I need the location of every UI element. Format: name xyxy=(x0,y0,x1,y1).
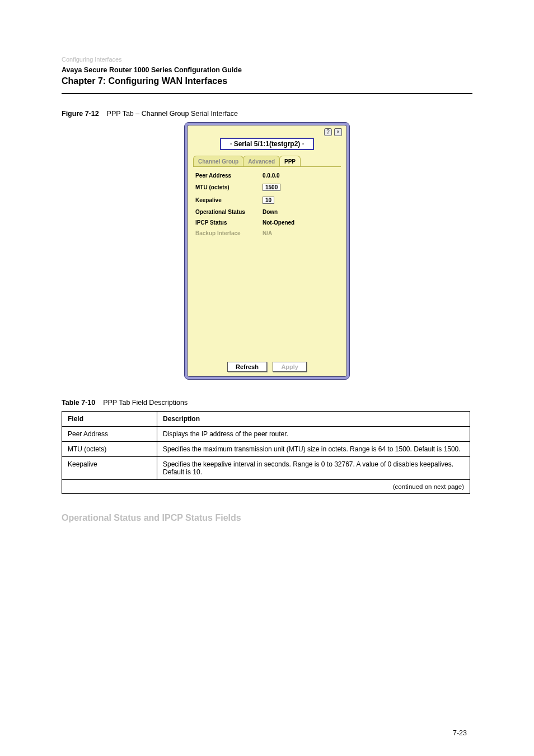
refresh-button[interactable]: Refresh xyxy=(227,362,267,372)
keepalive-label: Keepalive xyxy=(195,197,263,203)
close-icon[interactable]: × xyxy=(334,128,342,136)
table-row: MTU (octets) Specifies the maximum trans… xyxy=(62,442,470,457)
tab-ppp[interactable]: PPP xyxy=(279,156,301,166)
table-head-description: Description xyxy=(157,412,470,427)
page-header: Configuring Interfaces Avaya Secure Rout… xyxy=(0,0,534,94)
header-rule xyxy=(62,93,472,94)
ipcp-value: Not-Opened xyxy=(263,220,340,226)
row-peer-address: Peer Address 0.0.0.0 xyxy=(195,172,340,179)
page-number: 7-23 xyxy=(453,729,467,737)
table-caption-text: PPP Tab Field Descriptions xyxy=(103,399,188,407)
tab-advanced[interactable]: Advanced xyxy=(243,156,280,166)
mtu-input[interactable]: 1500 xyxy=(263,184,280,191)
breadcrumb: · Serial 5/1:1(testgrp2) · xyxy=(220,138,314,150)
dialog-outer-frame: ? × · Serial 5/1:1(testgrp2) · Channel G… xyxy=(184,122,350,380)
mtu-label: MTU (octets) xyxy=(195,184,263,190)
table-cell-desc: Specifies the maximum transmission unit … xyxy=(157,442,470,457)
table-caption-number: Table 7-10 xyxy=(62,399,95,407)
table-row: Keepalive Specifies the keepalive interv… xyxy=(62,457,470,480)
table-cell-field: Peer Address xyxy=(62,427,157,442)
page-content: Figure 7-12 PPP Tab – Channel Group Seri… xyxy=(0,110,534,523)
apply-button[interactable]: Apply xyxy=(273,362,307,372)
dialog-body: ? × · Serial 5/1:1(testgrp2) · Channel G… xyxy=(187,125,347,377)
dialog-top-icons: ? × xyxy=(324,128,342,136)
row-ipcp-status: IPCP Status Not-Opened xyxy=(195,220,340,226)
row-keepalive: Keepalive 10 xyxy=(195,196,340,204)
backup-interface-label: Backup Interface xyxy=(195,230,263,236)
row-backup-interface: Backup Interface N/A xyxy=(195,230,340,236)
figure-caption-text: PPP Tab – Channel Group Serial Interface xyxy=(107,110,238,118)
table-cell-field: Keepalive xyxy=(62,457,157,480)
table-head-field: Field xyxy=(62,412,157,427)
table-continued-note: (continued on next page) xyxy=(62,480,470,494)
table-cell-desc: Specifies the keepalive interval in seco… xyxy=(157,457,470,480)
op-status-value: Down xyxy=(263,209,340,215)
op-status-label: Operational Status xyxy=(195,209,263,215)
figure-caption: Figure 7-12 PPP Tab – Channel Group Seri… xyxy=(62,110,472,118)
table-continued-row: (continued on next page) xyxy=(62,480,470,494)
field-description-table: Field Description Peer Address Displays … xyxy=(62,411,470,494)
row-mtu: MTU (octets) 1500 xyxy=(195,183,340,192)
form-area: Peer Address 0.0.0.0 MTU (octets) 1500 K… xyxy=(188,167,346,236)
running-header-upper: Configuring Interfaces xyxy=(62,56,472,63)
help-icon[interactable]: ? xyxy=(324,128,332,136)
section-heading: Operational Status and IPCP Status Field… xyxy=(62,513,472,523)
peer-address-value: 0.0.0.0 xyxy=(263,172,340,179)
backup-interface-value: N/A xyxy=(263,230,340,236)
chapter-title: Chapter 7: Configuring WAN Interfaces xyxy=(62,76,472,86)
tab-channel-group[interactable]: Channel Group xyxy=(193,156,243,166)
keepalive-input[interactable]: 10 xyxy=(263,197,274,204)
table-caption: Table 7-10 PPP Tab Field Descriptions xyxy=(62,399,472,407)
peer-address-label: Peer Address xyxy=(195,172,263,179)
table-head-row: Field Description xyxy=(62,412,470,427)
row-operational-status: Operational Status Down xyxy=(195,209,340,215)
publication-title: Avaya Secure Router 1000 Series Configur… xyxy=(62,66,472,74)
table-cell-desc: Displays the IP address of the peer rout… xyxy=(157,427,470,442)
table-row: Peer Address Displays the IP address of … xyxy=(62,427,470,442)
figure-caption-number: Figure 7-12 xyxy=(62,110,99,118)
dialog-buttons: Refresh Apply xyxy=(188,361,346,372)
table-cell-field: MTU (octets) xyxy=(62,442,157,457)
tabs-row: Channel Group Advanced PPP xyxy=(193,155,346,166)
page: Configuring Interfaces Avaya Secure Rout… xyxy=(0,0,534,756)
screenshot-figure: ? × · Serial 5/1:1(testgrp2) · Channel G… xyxy=(184,122,350,380)
ipcp-label: IPCP Status xyxy=(195,220,263,226)
